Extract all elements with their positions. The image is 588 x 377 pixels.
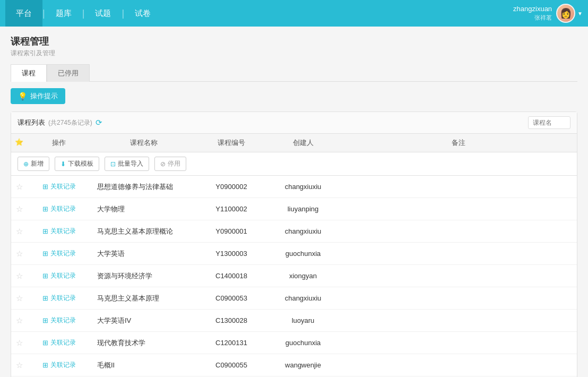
import-label: 批量导入 (118, 159, 143, 168)
link-record-button-1[interactable]: ⊞ 关联记录 (42, 204, 76, 213)
link-icon-0: ⊞ (42, 183, 48, 191)
star-icon-7[interactable]: ☆ (16, 338, 23, 347)
star-cell-4[interactable]: ☆ (11, 267, 27, 285)
link-record-button-5[interactable]: ⊞ 关联记录 (42, 294, 76, 303)
link-record-button-3[interactable]: ⊞ 关联记录 (42, 249, 76, 258)
star-icon-0[interactable]: ☆ (16, 182, 23, 191)
course-code-cell-2: Y0900001 (197, 223, 266, 239)
action-cell-2: ⊞ 关联记录 (27, 222, 91, 240)
link-record-button-0[interactable]: ⊞ 关联记录 (42, 182, 76, 191)
creator-cell-3: guochunxia (266, 245, 340, 262)
nav-item-exams[interactable]: 试卷 (124, 0, 161, 27)
link-label-1: 关联记录 (50, 204, 76, 213)
star-icon-8[interactable]: ☆ (16, 361, 23, 370)
tab-courses[interactable]: 课程 (11, 64, 47, 82)
link-label-2: 关联记录 (50, 227, 76, 236)
action-cell-0: ⊞ 关联记录 (27, 178, 91, 195)
course-code-cell-3: Y1300003 (197, 245, 266, 262)
page-header: 课程管理 课程索引及管理 (11, 35, 577, 58)
col-header-action: 操作 (27, 138, 91, 148)
avatar[interactable]: 👩 (556, 4, 575, 23)
course-name-cell-3: 大学英语 (91, 245, 197, 263)
avatar-image: 👩 (557, 4, 574, 23)
course-name-cell-8: 毛概II (91, 356, 197, 374)
stop-label: 停用 (168, 159, 180, 168)
stop-button[interactable]: ⊘ 停用 (154, 157, 186, 171)
course-name-cell-2: 马克思主义基本原理概论 (91, 222, 197, 241)
creator-cell-1: liuyanping (266, 201, 340, 217)
link-record-button-4[interactable]: ⊞ 关联记录 (42, 271, 76, 280)
star-cell-3[interactable]: ☆ (11, 245, 27, 263)
star-icon-4[interactable]: ☆ (16, 271, 23, 280)
course-table-section: 课程列表 (共2745条记录) ⟳ ⭐ 操作 课程名称 课程编号 创建人 备注 … (11, 112, 577, 377)
add-icon: ⊕ (23, 160, 29, 168)
link-record-button-6[interactable]: ⊞ 关联记录 (42, 316, 76, 325)
course-name-cell-4: 资源与环境经济学 (91, 267, 197, 285)
creator-cell-5: changxiuxiu (266, 290, 340, 306)
download-icon: ⬇ (60, 160, 66, 168)
link-record-button-7[interactable]: ⊞ 关联记录 (42, 338, 76, 347)
link-record-button-8[interactable]: ⊞ 关联记录 (42, 361, 76, 370)
star-cell-6[interactable]: ☆ (11, 312, 27, 330)
nav-item-platform[interactable]: 平台 (5, 0, 42, 27)
action-cell-4: ⊞ 关联记录 (27, 267, 91, 285)
user-dropdown-arrow[interactable]: ▼ (577, 11, 583, 16)
action-cell-6: ⊞ 关联记录 (27, 312, 91, 329)
star-icon-2[interactable]: ☆ (16, 227, 23, 236)
table-row: ☆ ⊞ 关联记录 马克思主义基本原理 C0900053 changxiuxiu (11, 287, 577, 310)
star-cell-2[interactable]: ☆ (11, 222, 27, 241)
course-code-cell-7: C1200131 (197, 335, 266, 351)
nav-item-questions[interactable]: 试题 (84, 0, 122, 27)
download-template-button[interactable]: ⬇ 下载模板 (55, 157, 99, 171)
link-icon-4: ⊞ (42, 272, 48, 280)
nav-item-question-bank[interactable]: 题库 (45, 0, 82, 27)
tab-bar: 课程 已停用 (11, 64, 577, 82)
table-title: 课程列表 (18, 118, 45, 127)
batch-import-button[interactable]: ⊡ 批量导入 (105, 157, 149, 171)
table-row: ☆ ⊞ 关联记录 资源与环境经济学 C1400018 xiongyan (11, 265, 577, 287)
link-icon-7: ⊞ (42, 339, 48, 347)
search-input[interactable] (528, 116, 570, 129)
table-row: ☆ ⊞ 关联记录 马克思主义基本原理概论 Y0900001 changxiuxi… (11, 220, 577, 243)
page-title: 课程管理 (11, 35, 577, 48)
tips-button[interactable]: 💡 操作提示 (11, 88, 65, 104)
creator-cell-7: guochunxia (266, 335, 340, 351)
star-cell-5[interactable]: ☆ (11, 289, 27, 307)
action-cell-3: ⊞ 关联记录 (27, 245, 91, 262)
star-cell-0[interactable]: ☆ (11, 178, 27, 196)
course-name-cell-0: 思想道德修养与法律基础 (91, 178, 197, 196)
link-label-8: 关联记录 (50, 361, 76, 370)
action-cell-5: ⊞ 关联记录 (27, 289, 91, 307)
table-body: ☆ ⊞ 关联记录 思想道德修养与法律基础 Y0900002 changxiuxi… (11, 176, 577, 377)
star-icon-3[interactable]: ☆ (16, 249, 23, 258)
star-icon-6[interactable]: ☆ (16, 316, 23, 325)
link-label-3: 关联记录 (50, 249, 76, 258)
note-cell-8 (340, 361, 577, 370)
course-code-cell-1: Y1100002 (197, 201, 266, 217)
note-cell-3 (340, 250, 577, 258)
display-name-text: 张祥茗 (513, 14, 552, 22)
note-cell-1 (340, 205, 577, 213)
link-record-button-2[interactable]: ⊞ 关联记录 (42, 227, 76, 236)
action-cell-8: ⊞ 关联记录 (27, 356, 91, 374)
action-cell-1: ⊞ 关联记录 (27, 200, 91, 218)
download-label: 下载模板 (68, 159, 93, 168)
tab-disabled[interactable]: 已停用 (47, 64, 90, 82)
username-text: zhangzixuan (513, 4, 552, 14)
table-header-row: 课程列表 (共2745条记录) ⟳ (11, 112, 577, 134)
add-button[interactable]: ⊕ 新增 (18, 157, 49, 171)
star-cell-1[interactable]: ☆ (11, 200, 27, 218)
star-cell-7[interactable]: ☆ (11, 334, 27, 352)
star-cell-8[interactable]: ☆ (11, 356, 27, 374)
table-row: ☆ ⊞ 关联记录 大学物理 Y1100002 liuyanping (11, 198, 577, 220)
refresh-button[interactable]: ⟳ (96, 118, 102, 127)
table-row: ☆ ⊞ 关联记录 大学英语IV C1300028 luoyaru (11, 310, 577, 332)
star-icon-1[interactable]: ☆ (16, 204, 23, 213)
col-header-creator: 创建人 (266, 138, 340, 148)
stop-icon: ⊘ (160, 160, 166, 168)
course-name-cell-1: 大学物理 (91, 200, 197, 218)
star-icon-5[interactable]: ☆ (16, 294, 23, 303)
course-code-cell-5: C0900053 (197, 290, 266, 306)
page-subtitle: 课程索引及管理 (11, 49, 577, 58)
table-row: ☆ ⊞ 关联记录 思想道德修养与法律基础 Y0900002 changxiuxi… (11, 176, 577, 198)
